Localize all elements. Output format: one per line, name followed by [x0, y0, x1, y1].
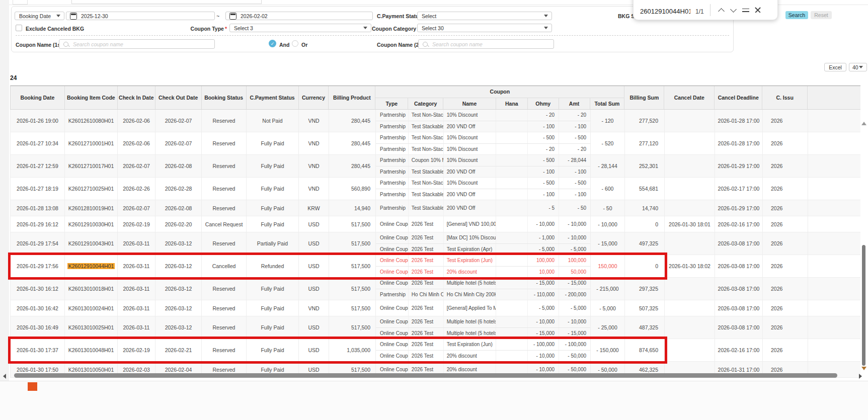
coupon-amt: - 100	[559, 189, 590, 200]
cell-check-in: 2026-02-19	[118, 216, 155, 232]
cell-total-sum: - 50	[591, 200, 625, 216]
cell-check-in: 2026-02-26	[118, 178, 155, 200]
cell-c-issue: 2026	[763, 339, 808, 361]
header-coupon-type: Type	[375, 98, 408, 110]
cell-filler	[808, 216, 861, 232]
find-previous-button[interactable]	[716, 5, 728, 15]
coupon-line: Online Coupon2026 TestTest Expiration (J…	[376, 339, 590, 350]
coupon-line: PartnershipTest Stackable 1200 VND Off- …	[376, 200, 590, 216]
excel-export-button[interactable]: Excel	[824, 63, 846, 71]
coupon-name-2-input[interactable]	[418, 39, 554, 49]
date-from-input[interactable]: 2025-12-30	[66, 12, 215, 20]
cell-payment-status: Fully Paid	[247, 339, 299, 361]
reset-button[interactable]: Reset	[811, 11, 832, 19]
table-row[interactable]: 2026-01-27 12:59K26012710017H012026-02-0…	[11, 155, 860, 178]
cell-c-issue: 2026	[763, 155, 808, 177]
coupon-ohmy: - 500	[528, 178, 559, 189]
cell-booking-status: Reserved	[202, 316, 247, 339]
table-row[interactable]: 2026-01-29 17:56K26012910044H012026-03-1…	[11, 255, 860, 278]
table-row[interactable]: 2026-01-30 17:37K26013010048H012026-02-1…	[11, 339, 860, 362]
cell-payment-status: Fully Paid	[247, 216, 299, 232]
cell-check-out: 2026-02-28	[155, 178, 202, 200]
date-to-input[interactable]: 2026-02-02	[225, 12, 373, 20]
header-coupon-name: Name	[443, 98, 496, 110]
cell-item-code: K26012810019H01	[65, 200, 118, 216]
coupon-hana	[496, 121, 528, 132]
coupon-category-select[interactable]: Select 30	[417, 24, 552, 32]
coupon-name: 200 VND Off	[444, 166, 497, 178]
search-button[interactable]: Search	[785, 11, 808, 19]
cell-currency: VND	[299, 178, 329, 200]
header-coupon: Coupon	[375, 86, 624, 98]
cell-billing-product: 517,500	[329, 216, 376, 232]
date-type-select[interactable]: Booking Date	[15, 12, 64, 20]
chevron-up-icon	[718, 8, 725, 15]
cell-check-out: 2026-02-07	[155, 110, 202, 132]
table-row[interactable]: 2026-01-29 17:54K26012910043H012026-03-1…	[11, 232, 860, 255]
or-radio[interactable]	[292, 40, 298, 47]
coupon-line: PartnershipCoupon 10% Ma10% Discount- 50…	[376, 155, 590, 166]
payment-status-value: Select	[422, 13, 436, 19]
page-size-select[interactable]: 40	[849, 63, 867, 71]
coupon-hana	[496, 267, 528, 278]
cell-check-out: 2026-03-12	[155, 316, 202, 339]
table-row[interactable]: 2026-01-30 16:12K26013010018H012026-03-1…	[11, 278, 860, 300]
coupon-name-2-field[interactable]	[431, 41, 554, 48]
left-gutter	[0, 0, 9, 381]
find-close-button[interactable]	[752, 5, 764, 15]
coupon-name-1-input[interactable]	[59, 39, 215, 49]
cell-check-out: 2026-03-12	[155, 255, 202, 277]
horizontal-scroll-right-arrow[interactable]	[859, 374, 862, 379]
find-next-button[interactable]	[728, 5, 740, 15]
horizontal-scroll-left-arrow[interactable]	[3, 374, 6, 379]
cell-payment-status: Fully Paid	[247, 155, 299, 177]
vertical-scrollbar-thumb[interactable]	[862, 245, 865, 366]
header-payment-status: C.Payment Status	[247, 86, 299, 109]
exclude-canceled-checkbox[interactable]	[16, 25, 22, 31]
bookings-table: Booking Date Booking Item Code Check In …	[10, 86, 860, 378]
coupon-hana	[496, 216, 528, 232]
cell-cancel-date	[665, 300, 715, 316]
cell-booking-date: 2026-01-27 10:34	[11, 132, 65, 154]
coupon-hana	[496, 200, 528, 216]
coupon-category: Test Non-Stacka	[409, 144, 444, 155]
date-range-separator: ~	[216, 13, 219, 19]
cell-booking-status: Reserved	[202, 178, 247, 200]
table-row[interactable]: 2026-01-28 13:08K26012810019H012026-02-0…	[11, 200, 860, 216]
coupon-name-1-field[interactable]	[72, 41, 214, 48]
tab-stub	[13, 0, 28, 5]
cell-currency: VND	[299, 132, 329, 154]
find-options-button[interactable]	[740, 5, 752, 15]
table-row[interactable]: 2026-01-30 16:49K26013010025H012026-03-1…	[11, 316, 860, 339]
table-row[interactable]: 2026-01-27 18:19K26012710025H012026-02-2…	[11, 178, 860, 200]
find-input[interactable]: 26012910044H01	[640, 8, 690, 15]
header-cancel-date: Cancel Date	[664, 86, 715, 109]
coupon-ohmy: - 100,000	[528, 339, 559, 350]
coupon-amt: 100,000	[559, 255, 590, 266]
cell-billing-product: 280,445	[329, 110, 376, 132]
cell-billing-product: 517,500	[329, 232, 376, 255]
coupon-name: 200 VND Off	[444, 121, 497, 132]
coupon-line: PartnershipTest Non-Stacka10% Discount- …	[376, 178, 590, 189]
cell-cancel-deadline: 2026-03-08 17:00	[715, 232, 763, 255]
coupon-ohmy: - 100	[528, 189, 559, 200]
table-row[interactable]: 2026-01-27 10:34K26012710001H012026-02-0…	[11, 132, 860, 155]
coupon-type-select[interactable]: Select 3	[229, 24, 371, 32]
and-radio-checked[interactable]: ✓	[269, 40, 276, 47]
cell-cancel-date	[665, 278, 715, 300]
horizontal-scrollbar-thumb[interactable]	[14, 373, 837, 378]
table-row[interactable]: 2026-01-30 16:42K26013010024H012026-03-1…	[11, 300, 860, 316]
coupon-amt: - 200,000	[559, 289, 590, 300]
cell-billing-sum: 554,681	[625, 178, 665, 200]
vertical-scroll-down-arrow[interactable]	[861, 367, 866, 370]
cell-booking-status: Reserved	[202, 339, 247, 361]
header-coupon-hana: Hana	[496, 98, 528, 110]
coupon-type-label: Coupon Type*	[188, 26, 227, 32]
date-type-value: Booking Date	[19, 13, 51, 19]
cell-total-sum: - 600	[591, 178, 625, 200]
table-row[interactable]: 2026-01-26 19:00K26012610080H012026-02-0…	[11, 110, 860, 132]
table-row[interactable]: 2026-01-29 16:12K26012910030H012026-02-1…	[11, 216, 860, 232]
vertical-scroll-up-arrow[interactable]	[861, 122, 866, 125]
payment-status-select[interactable]: Select	[417, 12, 552, 20]
table-header: Booking Date Booking Item Code Check In …	[10, 86, 860, 110]
